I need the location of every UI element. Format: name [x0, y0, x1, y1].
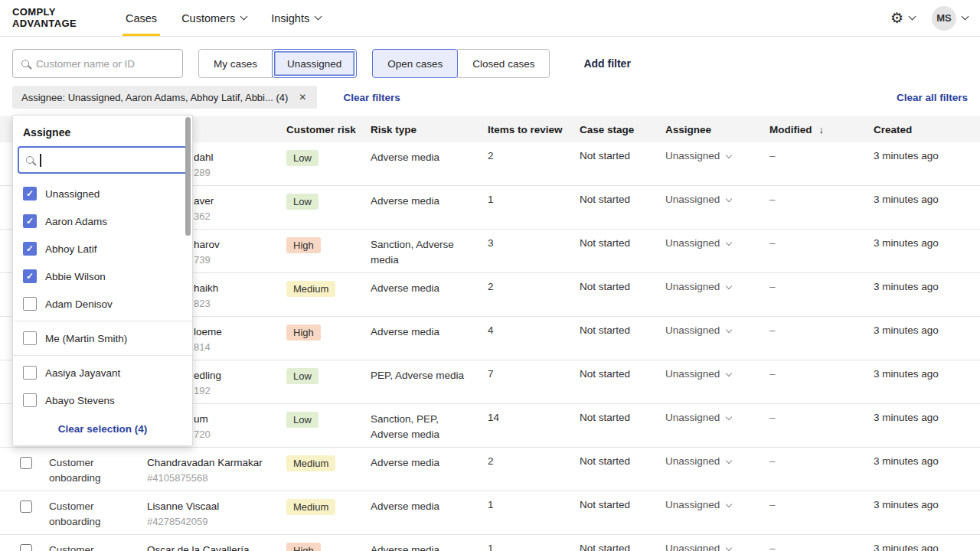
modified: –: [769, 368, 874, 403]
customer-cell: Oscar de la Cavallería: [147, 543, 286, 551]
created: 3 minutes ago: [874, 543, 968, 551]
assignee-option[interactable]: ✓ Unassigned: [13, 180, 192, 207]
assignee-option[interactable]: ✓ Aaron Adams: [13, 207, 192, 235]
assignee-option[interactable]: ✓ Abbie Wilson: [13, 262, 192, 290]
nav-cases[interactable]: Cases: [113, 0, 169, 36]
assignee-select[interactable]: Unassigned: [665, 412, 731, 423]
row-checkbox[interactable]: [20, 500, 32, 513]
clear-selection-button[interactable]: Clear selection (4): [13, 423, 192, 435]
assignee-label: Unassigned: [665, 281, 720, 292]
close-icon[interactable]: ✕: [297, 91, 308, 103]
th-assignee: Assignee: [665, 124, 769, 135]
sort-desc-icon: ↓: [819, 124, 825, 135]
items-to-review: 2: [488, 455, 580, 491]
assignee-option[interactable]: Aasiya Jayavant: [13, 359, 192, 386]
created: 3 minutes ago: [874, 281, 968, 316]
risk-badge: High: [286, 324, 321, 341]
chevron-down-icon: [726, 239, 732, 245]
assignee-cell: Unassigned: [665, 412, 769, 447]
created: 3 minutes ago: [874, 455, 968, 491]
assignment-segment: My cases Unassigned: [198, 49, 357, 78]
clear-filters-link[interactable]: Clear filters: [343, 92, 400, 103]
case-type: Customer onboarding: [49, 499, 147, 534]
my-cases-button[interactable]: My cases: [198, 49, 273, 78]
customer-id: 739: [194, 253, 286, 268]
risk-cell: High: [286, 237, 371, 272]
items-to-review: 4: [488, 324, 580, 360]
customer-name: edling: [194, 368, 286, 383]
row-checkbox[interactable]: [20, 544, 32, 551]
logo-line-1: COMPLY: [12, 7, 77, 18]
assignee-select[interactable]: Unassigned: [665, 499, 731, 510]
chevron-down-icon: [962, 13, 969, 21]
customer-search-input[interactable]: [36, 58, 174, 70]
case-stage: Not started: [580, 324, 665, 360]
case-stage: Not started: [580, 368, 665, 403]
assignee-cell: Unassigned: [665, 194, 769, 229]
scrollbar-thumb[interactable]: [185, 117, 191, 236]
nav-customers[interactable]: Customers: [169, 0, 259, 36]
risk-type: Sanction, PEP, Adverse media: [371, 412, 488, 447]
table-row[interactable]: Customer onboarding Oscar de la Cavaller…: [0, 535, 980, 551]
risk-cell: Medium: [286, 455, 371, 491]
clear-all-filters-link[interactable]: Clear all filters: [897, 92, 968, 103]
checkbox-cell: [20, 455, 49, 491]
unassigned-button[interactable]: Unassigned: [272, 49, 357, 78]
chevron-down-icon: [726, 500, 732, 507]
option-label: Aasiya Jayavant: [45, 367, 120, 379]
assignee-option[interactable]: Adam Denisov: [13, 290, 192, 318]
active-filters-row: Assignee: Unassigned, Aaron Adams, Abhoy…: [0, 86, 980, 109]
settings-menu[interactable]: ⚙: [890, 11, 915, 25]
option-label: Abayo Stevens: [45, 395, 115, 406]
customer-name: harov: [194, 237, 286, 253]
option-checkbox: ✓: [23, 214, 37, 228]
nav-insights[interactable]: Insights: [259, 0, 333, 36]
customer-id: 823: [194, 296, 286, 311]
items-to-review: 7: [488, 368, 580, 403]
customer-name: Oscar de la Cavallería: [147, 543, 286, 551]
created: 3 minutes ago: [874, 499, 968, 534]
items-to-review: 3: [488, 237, 580, 272]
customer-name: dahl: [194, 150, 286, 165]
modified: –: [769, 194, 874, 229]
customer-name: Chandravadan Karmakar: [147, 455, 286, 471]
items-to-review: 14: [488, 412, 580, 447]
assignee-select[interactable]: Unassigned: [665, 543, 731, 551]
closed-cases-button[interactable]: Closed cases: [457, 49, 550, 78]
assignee-cell: Unassigned: [665, 543, 769, 551]
customer-cell: Lisanne Viscaal #4278542059: [147, 499, 286, 534]
risk-type: Sanction, Adverse media: [371, 237, 488, 272]
assignee-select[interactable]: Unassigned: [665, 324, 731, 336]
option-checkbox: [23, 331, 37, 345]
risk-type: Adverse media: [371, 281, 488, 316]
assignee-label: Unassigned: [665, 324, 720, 336]
case-stage: Not started: [580, 412, 665, 447]
assignee-filter-chip[interactable]: Assignee: Unassigned, Aaron Adams, Abhoy…: [12, 86, 317, 109]
company-logo[interactable]: COMPLY ADVANTAGE: [12, 7, 77, 29]
open-cases-button[interactable]: Open cases: [372, 49, 458, 78]
assignee-option[interactable]: Abayo Stevens: [13, 386, 192, 414]
th-modified[interactable]: Modified ↓: [769, 124, 874, 135]
assignee-select[interactable]: Unassigned: [665, 194, 731, 205]
assignee-select[interactable]: Unassigned: [665, 281, 731, 292]
option-checkbox: ✓: [23, 269, 37, 283]
add-filter-button[interactable]: Add filter: [583, 57, 630, 70]
table-row[interactable]: Customer onboarding Chandravadan Karmaka…: [0, 448, 980, 491]
user-menu[interactable]: MS: [932, 6, 968, 31]
assignee-search-input[interactable]: [47, 155, 180, 166]
option-divider: [13, 355, 192, 356]
assignee-select[interactable]: Unassigned: [665, 237, 731, 249]
assignee-cell: Unassigned: [665, 150, 769, 185]
assignee-search: [18, 146, 188, 174]
th-risk-type: Risk type: [371, 124, 488, 135]
risk-type: Adverse media: [371, 150, 488, 185]
modified: –: [769, 543, 874, 551]
assignee-select[interactable]: Unassigned: [665, 455, 731, 467]
assignee-select[interactable]: Unassigned: [665, 150, 731, 161]
row-checkbox[interactable]: [20, 457, 32, 469]
assignee-select[interactable]: Unassigned: [665, 368, 731, 380]
modified: –: [769, 412, 874, 447]
assignee-option[interactable]: ✓ Abhoy Latif: [13, 235, 192, 262]
table-row[interactable]: Customer onboarding Lisanne Viscaal #427…: [0, 491, 980, 535]
assignee-option[interactable]: Me (Martin Smith): [13, 324, 192, 352]
